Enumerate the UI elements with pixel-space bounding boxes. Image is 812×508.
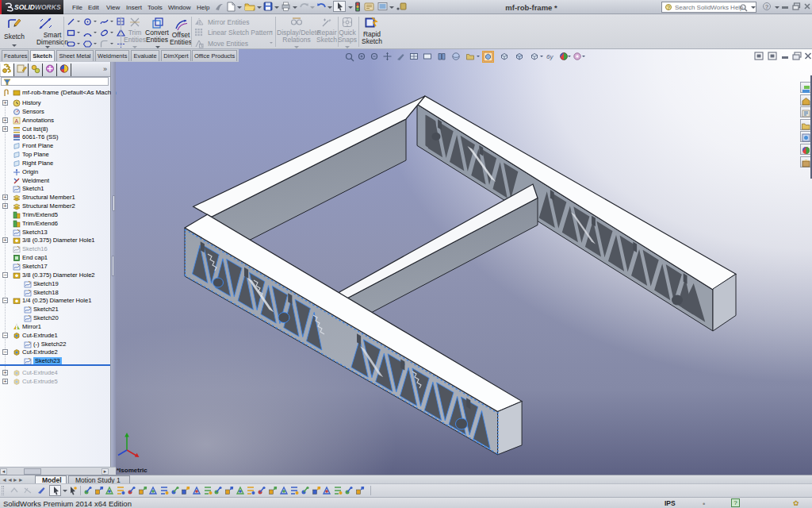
svg-text:?: ? [667,5,670,10]
svg-text:A: A [15,118,19,124]
svg-text:6y: 6y [546,53,553,60]
svg-text:*Isometric: *Isometric [117,467,147,474]
